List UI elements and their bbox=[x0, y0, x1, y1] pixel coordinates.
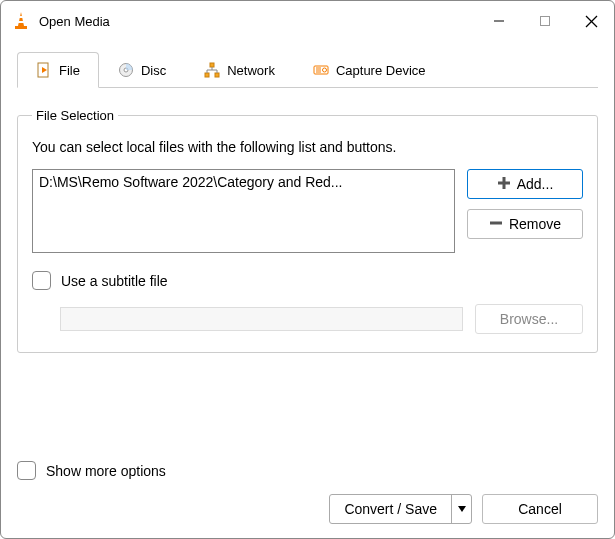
subtitle-checkbox-label: Use a subtitle file bbox=[61, 273, 168, 289]
file-selection-group: File Selection You can select local file… bbox=[17, 108, 598, 353]
tab-disc[interactable]: Disc bbox=[99, 52, 185, 88]
window-title: Open Media bbox=[39, 14, 476, 29]
file-icon bbox=[36, 62, 52, 78]
show-more-checkbox[interactable] bbox=[17, 461, 36, 480]
remove-button-label: Remove bbox=[509, 216, 561, 232]
svg-marker-26 bbox=[458, 506, 466, 512]
capture-icon bbox=[313, 62, 329, 78]
maximize-button[interactable] bbox=[522, 1, 568, 41]
show-more-label: Show more options bbox=[46, 463, 166, 479]
browse-button: Browse... bbox=[475, 304, 583, 334]
window-controls bbox=[476, 1, 614, 41]
add-button[interactable]: Add... bbox=[467, 169, 583, 199]
dialog-content: File Disc Network Capture Device File Se… bbox=[1, 41, 614, 353]
file-list-item[interactable]: D:\MS\Remo Software 2022\Category and Re… bbox=[39, 174, 448, 190]
tab-file[interactable]: File bbox=[17, 52, 99, 88]
add-button-label: Add... bbox=[517, 176, 554, 192]
svg-rect-4 bbox=[541, 17, 550, 26]
plus-icon bbox=[497, 176, 511, 193]
svg-rect-0 bbox=[19, 16, 24, 18]
file-list[interactable]: D:\MS\Remo Software 2022\Category and Re… bbox=[32, 169, 455, 253]
tab-capture[interactable]: Capture Device bbox=[294, 52, 445, 88]
svg-rect-11 bbox=[210, 63, 214, 67]
file-selection-legend: File Selection bbox=[32, 108, 118, 123]
tab-disc-label: Disc bbox=[141, 63, 166, 78]
cancel-button-label: Cancel bbox=[518, 501, 562, 517]
footer-buttons: Convert / Save Cancel bbox=[329, 494, 598, 524]
subtitle-checkbox[interactable] bbox=[32, 271, 51, 290]
minimize-button[interactable] bbox=[476, 1, 522, 41]
svg-rect-1 bbox=[18, 21, 25, 23]
titlebar: Open Media bbox=[1, 1, 614, 41]
cancel-button[interactable]: Cancel bbox=[482, 494, 598, 524]
disc-icon bbox=[118, 62, 134, 78]
convert-save-dropdown[interactable] bbox=[451, 495, 471, 523]
show-more-row: Show more options bbox=[17, 461, 166, 480]
chevron-down-icon bbox=[458, 505, 466, 513]
svg-rect-12 bbox=[205, 73, 209, 77]
svg-rect-13 bbox=[215, 73, 219, 77]
tab-network[interactable]: Network bbox=[185, 52, 294, 88]
subtitle-path-input bbox=[60, 307, 463, 331]
network-icon bbox=[204, 62, 220, 78]
file-selection-hint: You can select local files with the foll… bbox=[32, 139, 583, 155]
tab-network-label: Network bbox=[227, 63, 275, 78]
vlc-cone-icon bbox=[11, 11, 31, 31]
tab-bar: File Disc Network Capture Device bbox=[17, 51, 598, 88]
tab-capture-label: Capture Device bbox=[336, 63, 426, 78]
convert-save-button[interactable]: Convert / Save bbox=[329, 494, 472, 524]
browse-button-label: Browse... bbox=[500, 311, 558, 327]
convert-save-label[interactable]: Convert / Save bbox=[330, 495, 451, 523]
svg-rect-2 bbox=[15, 26, 27, 29]
minus-icon bbox=[489, 216, 503, 233]
close-button[interactable] bbox=[568, 1, 614, 41]
tab-file-label: File bbox=[59, 63, 80, 78]
remove-button[interactable]: Remove bbox=[467, 209, 583, 239]
